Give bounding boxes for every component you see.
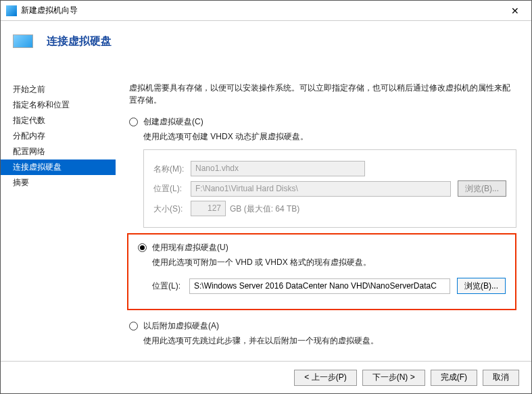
vhd-size-label: 大小(S): — [153, 203, 191, 215]
create-vhd-desc: 使用此选项可创建 VHDX 动态扩展虚拟硬盘。 — [143, 130, 516, 143]
page-header-icon — [13, 34, 33, 48]
header: 连接虚拟硬盘 — [1, 21, 531, 61]
cancel-button[interactable]: 取消 — [483, 370, 519, 386]
existing-browse-button[interactable]: 浏览(B)... — [457, 278, 506, 294]
titlebar: 新建虚拟机向导 ✕ — [1, 1, 531, 21]
vhd-location-browse-button: 浏览(B)... — [458, 180, 506, 197]
use-existing-desc: 使用此选项可附加一个 VHD 或 VHDX 格式的现有虚拟硬盘。 — [152, 256, 506, 268]
vhd-name-label: 名称(M): — [153, 163, 191, 175]
footer: < 上一步(P) 下一步(N) > 完成(F) 取消 — [1, 361, 531, 393]
vhd-size-unit: GB (最大值: 64 TB) — [230, 203, 299, 215]
existing-location-label: 位置(L): — [152, 280, 189, 292]
vhd-name-input: Nano1.vhdx — [191, 161, 365, 176]
sidebar-item-before-begin[interactable]: 开始之前 — [1, 82, 116, 97]
radio-attach-later[interactable] — [129, 322, 138, 330]
titlebar-text: 新建虚拟机向导 — [21, 5, 502, 16]
vhd-location-label: 位置(L): — [153, 182, 191, 195]
previous-button[interactable]: < 上一步(P) — [294, 370, 356, 386]
next-button[interactable]: 下一步(N) > — [362, 370, 425, 386]
sidebar-item-virtual-disk[interactable]: 连接虚拟硬盘 — [1, 159, 116, 175]
radio-attach-later-label: 以后附加虚拟硬盘(A) — [143, 320, 219, 332]
sidebar-item-summary[interactable]: 摘要 — [1, 175, 116, 191]
attach-later-desc: 使用此选项可先跳过此步骤，并在以后附加一个现有的虚拟硬盘。 — [143, 335, 516, 347]
radio-use-existing-vhd-label: 使用现有虚拟硬盘(U) — [152, 241, 228, 253]
radio-use-existing-vhd[interactable] — [138, 243, 147, 252]
radio-create-vhd[interactable] — [129, 118, 138, 126]
finish-button[interactable]: 完成(F) — [431, 370, 477, 386]
sidebar-item-memory[interactable]: 分配内存 — [1, 128, 116, 144]
vhd-size-input: 127 — [191, 201, 226, 216]
wizard-icon — [6, 5, 17, 16]
sidebar: 开始之前 指定名称和位置 指定代数 分配内存 配置网络 连接虚拟硬盘 摘要 — [1, 61, 116, 361]
sidebar-item-network[interactable]: 配置网络 — [1, 144, 116, 159]
main-content: 虚拟机需要具有存储，以便可以安装操作系统。可以立即指定存储，也可以稍后通过修改虚… — [116, 61, 531, 361]
sidebar-item-generation[interactable]: 指定代数 — [1, 113, 116, 128]
page-title: 连接虚拟硬盘 — [47, 34, 112, 49]
create-vhd-panel: 名称(M): Nano1.vhdx 位置(L): F:\Nano1\Virtua… — [143, 149, 516, 228]
description-text: 虚拟机需要具有存储，以便可以安装操作系统。可以立即指定存储，也可以稍后通过修改虚… — [129, 82, 516, 106]
vhd-location-input: F:\Nano1\Virtual Hard Disks\ — [191, 181, 451, 197]
existing-location-input[interactable]: S:\Windows Server 2016 DataCenter Nano V… — [189, 278, 450, 294]
sidebar-item-name-location[interactable]: 指定名称和位置 — [1, 97, 116, 113]
use-existing-panel: 使用现有虚拟硬盘(U) 使用此选项可附加一个 VHD 或 VHDX 格式的现有虚… — [127, 233, 516, 310]
radio-create-vhd-label: 创建虚拟硬盘(C) — [143, 116, 203, 128]
close-icon[interactable]: ✕ — [502, 1, 529, 20]
